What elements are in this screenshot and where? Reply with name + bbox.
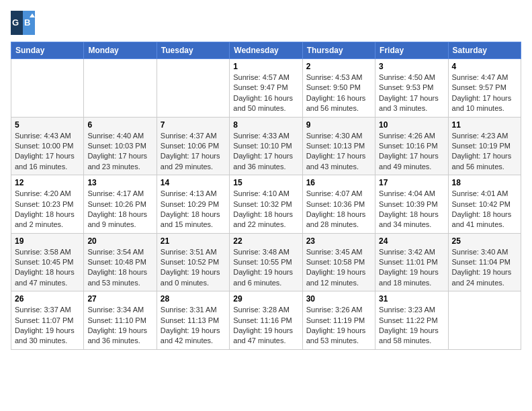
logo-icon: G B (11, 11, 35, 35)
day-info: Sunrise: 4:47 AM Sunset: 9:57 PM Dayligh… (452, 73, 517, 114)
calendar-cell: 21Sunrise: 3:51 AM Sunset: 10:52 PM Dayl… (157, 233, 229, 291)
day-number: 18 (452, 178, 517, 187)
day-number: 23 (306, 236, 371, 246)
day-info: Sunrise: 3:37 AM Sunset: 11:07 PM Daylig… (15, 305, 80, 347)
calendar-cell: 24Sunrise: 3:42 AM Sunset: 11:01 PM Dayl… (375, 233, 448, 291)
calendar-table: SundayMondayTuesdayWednesdayThursdayFrid… (11, 42, 521, 350)
day-info: Sunrise: 3:42 AM Sunset: 11:01 PM Daylig… (379, 247, 444, 289)
calendar-cell: 12Sunrise: 4:20 AM Sunset: 10:23 PM Dayl… (11, 175, 84, 234)
day-number: 20 (87, 236, 152, 246)
day-info: Sunrise: 4:50 AM Sunset: 9:53 PM Dayligh… (379, 73, 444, 114)
calendar-cell: 7Sunrise: 4:37 AM Sunset: 10:06 PM Dayli… (157, 117, 229, 175)
day-number: 16 (306, 178, 371, 187)
calendar-cell: 15Sunrise: 4:10 AM Sunset: 10:32 PM Dayl… (230, 175, 302, 234)
day-number: 15 (233, 178, 298, 187)
day-info: Sunrise: 4:01 AM Sunset: 10:42 PM Daylig… (452, 189, 517, 230)
logo: G B (11, 11, 38, 35)
day-info: Sunrise: 3:26 AM Sunset: 11:19 PM Daylig… (306, 305, 371, 347)
day-info: Sunrise: 3:28 AM Sunset: 11:16 PM Daylig… (233, 305, 298, 347)
weekday-header-thursday: Thursday (302, 42, 375, 59)
day-number: 6 (87, 120, 152, 130)
day-number: 7 (161, 120, 226, 130)
calendar-cell: 17Sunrise: 4:04 AM Sunset: 10:39 PM Dayl… (375, 175, 448, 234)
day-number: 5 (15, 120, 80, 130)
day-info: Sunrise: 3:48 AM Sunset: 10:55 PM Daylig… (233, 247, 298, 289)
calendar-cell: 2Sunrise: 4:53 AM Sunset: 9:50 PM Daylig… (302, 59, 375, 118)
calendar-cell (11, 59, 84, 118)
day-number: 1 (233, 62, 298, 71)
weekday-header-friday: Friday (375, 42, 448, 59)
calendar-cell: 16Sunrise: 4:07 AM Sunset: 10:36 PM Dayl… (302, 175, 375, 234)
calendar-cell: 5Sunrise: 4:43 AM Sunset: 10:00 PM Dayli… (11, 117, 84, 175)
day-number: 17 (379, 178, 444, 187)
calendar-cell: 22Sunrise: 3:48 AM Sunset: 10:55 PM Dayl… (230, 233, 302, 291)
day-number: 24 (379, 236, 444, 246)
calendar-cell: 9Sunrise: 4:30 AM Sunset: 10:13 PM Dayli… (302, 117, 375, 175)
svg-text:G: G (12, 17, 19, 28)
day-number: 11 (452, 120, 517, 130)
day-number: 10 (379, 120, 444, 130)
day-info: Sunrise: 3:31 AM Sunset: 11:13 PM Daylig… (161, 305, 226, 347)
weekday-header-sunday: Sunday (11, 42, 84, 59)
day-info: Sunrise: 4:07 AM Sunset: 10:36 PM Daylig… (306, 189, 371, 230)
day-number: 8 (233, 120, 298, 130)
calendar-cell: 1Sunrise: 4:57 AM Sunset: 9:47 PM Daylig… (230, 59, 302, 118)
calendar-cell: 20Sunrise: 3:54 AM Sunset: 10:48 PM Dayl… (84, 233, 157, 291)
calendar-cell: 25Sunrise: 3:40 AM Sunset: 11:04 PM Dayl… (448, 233, 521, 291)
day-number: 26 (15, 294, 80, 304)
day-number: 31 (379, 294, 444, 304)
calendar-cell: 11Sunrise: 4:23 AM Sunset: 10:19 PM Dayl… (448, 117, 521, 175)
calendar-cell: 27Sunrise: 3:34 AM Sunset: 11:10 PM Dayl… (84, 291, 157, 350)
calendar-cell: 26Sunrise: 3:37 AM Sunset: 11:07 PM Dayl… (11, 291, 84, 350)
svg-text:B: B (24, 17, 30, 28)
day-number: 22 (233, 236, 298, 246)
calendar-cell: 29Sunrise: 3:28 AM Sunset: 11:16 PM Dayl… (230, 291, 302, 350)
day-number: 21 (161, 236, 226, 246)
calendar-cell: 23Sunrise: 3:45 AM Sunset: 10:58 PM Dayl… (302, 233, 375, 291)
day-info: Sunrise: 4:57 AM Sunset: 9:47 PM Dayligh… (233, 73, 298, 114)
day-number: 13 (87, 178, 152, 187)
day-number: 19 (15, 236, 80, 246)
day-number: 14 (161, 178, 226, 187)
day-info: Sunrise: 4:17 AM Sunset: 10:26 PM Daylig… (87, 189, 152, 230)
day-info: Sunrise: 3:40 AM Sunset: 11:04 PM Daylig… (452, 247, 517, 289)
day-info: Sunrise: 4:04 AM Sunset: 10:39 PM Daylig… (379, 189, 444, 230)
calendar-cell: 13Sunrise: 4:17 AM Sunset: 10:26 PM Dayl… (84, 175, 157, 234)
day-number: 9 (306, 120, 371, 130)
day-number: 2 (306, 62, 371, 71)
day-info: Sunrise: 3:58 AM Sunset: 10:45 PM Daylig… (15, 247, 80, 289)
calendar-cell: 31Sunrise: 3:23 AM Sunset: 11:22 PM Dayl… (375, 291, 448, 350)
day-info: Sunrise: 4:23 AM Sunset: 10:19 PM Daylig… (452, 131, 517, 173)
page-header: G B (11, 11, 521, 35)
day-info: Sunrise: 4:40 AM Sunset: 10:03 PM Daylig… (87, 131, 152, 173)
calendar-cell: 19Sunrise: 3:58 AM Sunset: 10:45 PM Dayl… (11, 233, 84, 291)
calendar-cell: 4Sunrise: 4:47 AM Sunset: 9:57 PM Daylig… (448, 59, 521, 118)
day-number: 12 (15, 178, 80, 187)
calendar-week-row: 19Sunrise: 3:58 AM Sunset: 10:45 PM Dayl… (11, 233, 521, 291)
weekday-header-wednesday: Wednesday (230, 42, 302, 59)
day-info: Sunrise: 3:23 AM Sunset: 11:22 PM Daylig… (379, 305, 444, 347)
weekday-header-saturday: Saturday (448, 42, 521, 59)
day-number: 25 (452, 236, 517, 246)
calendar-week-row: 12Sunrise: 4:20 AM Sunset: 10:23 PM Dayl… (11, 175, 521, 234)
day-info: Sunrise: 4:53 AM Sunset: 9:50 PM Dayligh… (306, 73, 371, 114)
day-info: Sunrise: 4:13 AM Sunset: 10:29 PM Daylig… (161, 189, 226, 230)
calendar-header-row: SundayMondayTuesdayWednesdayThursdayFrid… (11, 42, 521, 59)
calendar-cell: 3Sunrise: 4:50 AM Sunset: 9:53 PM Daylig… (375, 59, 448, 118)
calendar-cell: 30Sunrise: 3:26 AM Sunset: 11:19 PM Dayl… (302, 291, 375, 350)
calendar-cell (448, 291, 521, 350)
calendar-week-row: 1Sunrise: 4:57 AM Sunset: 9:47 PM Daylig… (11, 59, 521, 118)
calendar-cell: 28Sunrise: 3:31 AM Sunset: 11:13 PM Dayl… (157, 291, 229, 350)
day-info: Sunrise: 3:34 AM Sunset: 11:10 PM Daylig… (87, 305, 152, 347)
day-info: Sunrise: 4:20 AM Sunset: 10:23 PM Daylig… (15, 189, 80, 230)
calendar-cell (84, 59, 157, 118)
day-info: Sunrise: 3:54 AM Sunset: 10:48 PM Daylig… (87, 247, 152, 289)
day-number: 29 (233, 294, 298, 304)
calendar-cell: 10Sunrise: 4:26 AM Sunset: 10:16 PM Dayl… (375, 117, 448, 175)
day-number: 30 (306, 294, 371, 304)
day-info: Sunrise: 4:43 AM Sunset: 10:00 PM Daylig… (15, 131, 80, 173)
day-number: 27 (87, 294, 152, 304)
day-info: Sunrise: 4:26 AM Sunset: 10:16 PM Daylig… (379, 131, 444, 173)
calendar-cell: 8Sunrise: 4:33 AM Sunset: 10:10 PM Dayli… (230, 117, 302, 175)
weekday-header-tuesday: Tuesday (157, 42, 229, 59)
